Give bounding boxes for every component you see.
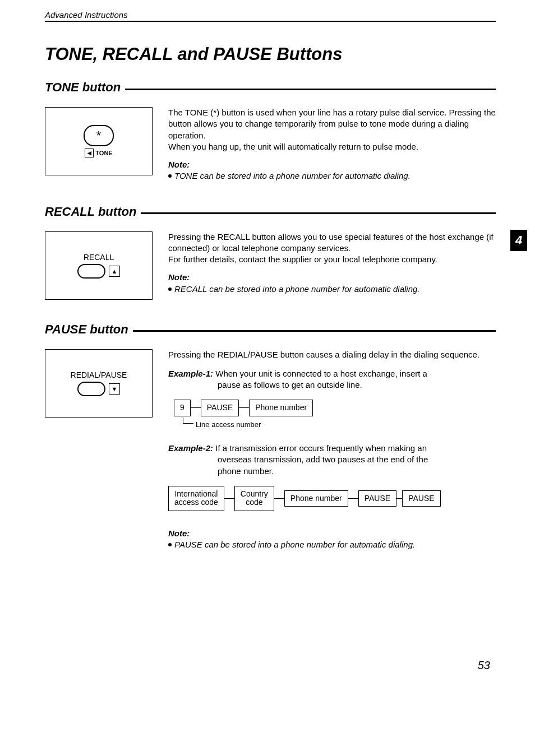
- recall-paragraph-1: Pressing the RECALL button allows you to…: [168, 231, 496, 254]
- note-label: Note:: [168, 528, 496, 539]
- heading-rule: [133, 330, 496, 332]
- pause-illustration: REDIAL/PAUSE ▼: [45, 349, 153, 418]
- seq2-cell-pause-1: PAUSE: [358, 490, 396, 507]
- recall-paragraph-2: For further details, contact the supplie…: [168, 254, 496, 265]
- pause-paragraph-1: Pressing the REDIAL/PAUSE button causes …: [168, 349, 496, 360]
- seq1-cell-9: 9: [174, 400, 191, 416]
- section-heading-pause: PAUSE button: [45, 322, 496, 337]
- connector-icon: [274, 498, 284, 499]
- up-arrow-icon: ▲: [109, 266, 120, 277]
- seq1-sublabel: Line access number: [183, 420, 496, 430]
- hook-icon: [183, 418, 193, 424]
- example-1-label: Example-1:: [168, 369, 213, 378]
- section-heading-recall: RECALL button: [45, 205, 496, 219]
- tone-note: TONE can be stored into a phone number f…: [168, 170, 496, 182]
- pause-icon-label: REDIAL/PAUSE: [71, 370, 127, 379]
- tone-illustration: * ◀ TONE: [45, 107, 153, 175]
- recall-illustration: RECALL ▲: [45, 231, 153, 300]
- example-2-text-c: phone number.: [218, 466, 496, 477]
- connector-icon: [348, 498, 358, 499]
- recall-icon-label: RECALL: [84, 253, 114, 262]
- heading-rule: [125, 89, 496, 90]
- tone-paragraph-1: The TONE (*) button is used when your li…: [168, 107, 496, 141]
- seq2-cell-phone: Phone number: [284, 490, 348, 507]
- sequence-2: International access code Country code P…: [168, 486, 496, 511]
- page-title: TONE, RECALL and PAUSE Buttons: [45, 44, 496, 64]
- seq1-cell-pause: PAUSE: [201, 400, 239, 416]
- connector-icon: [396, 498, 402, 499]
- bullet-icon: [168, 543, 172, 546]
- example-2-text-a: If a transmission error occurs frequentl…: [215, 443, 427, 453]
- example-1-text-b: pause as follows to get an outside line.: [218, 379, 496, 391]
- connector-icon: [191, 407, 201, 408]
- note-label: Note:: [168, 159, 496, 170]
- seq2-cell-country: Country code: [234, 486, 274, 511]
- sequence-1: 9 PAUSE Phone number: [174, 400, 496, 416]
- pause-note: PAUSE can be stored into a phone number …: [168, 539, 496, 550]
- seq2-cell-intl: International access code: [168, 486, 224, 511]
- note-label: Note:: [168, 272, 496, 283]
- oval-button-icon: [77, 264, 105, 279]
- connector-icon: [224, 498, 234, 499]
- connector-icon: [239, 407, 249, 408]
- page-number: 53: [478, 659, 490, 672]
- example-1-text-a: When your unit is connected to a host ex…: [215, 369, 427, 378]
- section-heading-text: RECALL button: [45, 205, 136, 219]
- star-button-icon: *: [84, 125, 114, 146]
- header-label: Advanced Instructions: [45, 10, 496, 22]
- recall-note: RECALL can be stored into a phone number…: [168, 284, 496, 295]
- tone-paragraph-2: When you hang up, the unit will automati…: [168, 141, 496, 152]
- down-arrow-icon: ▼: [109, 383, 120, 395]
- section-heading-tone: TONE button: [45, 80, 496, 95]
- example-2-label: Example-2:: [168, 443, 213, 453]
- example-2-text-b: overseas transmission, add two pauses at…: [218, 454, 496, 465]
- seq1-cell-phone: Phone number: [249, 400, 313, 416]
- seq2-cell-pause-2: PAUSE: [402, 490, 440, 507]
- left-arrow-icon: ◀: [85, 149, 94, 157]
- bullet-icon: [168, 287, 172, 291]
- oval-button-icon: [77, 382, 105, 396]
- bullet-icon: [168, 174, 172, 178]
- heading-rule: [141, 212, 496, 214]
- chapter-tab: 4: [510, 230, 527, 251]
- section-heading-text: TONE button: [45, 80, 121, 95]
- tone-icon-label: TONE: [95, 150, 112, 156]
- section-heading-text: PAUSE button: [45, 322, 128, 337]
